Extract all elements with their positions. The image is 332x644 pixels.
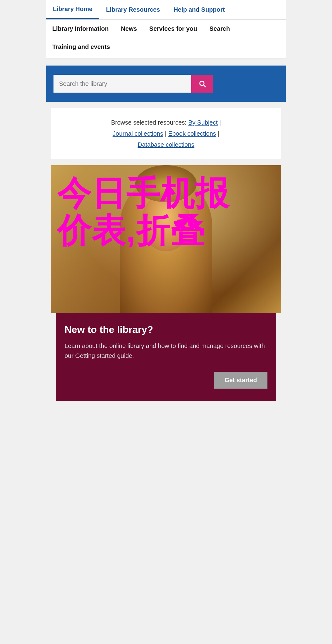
nav-row-secondary: Library Information News Services for yo… — [46, 20, 286, 38]
browse-journal-collections-link[interactable]: Journal collections — [113, 130, 163, 137]
nav-library-info[interactable]: Library Information — [46, 22, 115, 35]
nav-help-support[interactable]: Help and Support — [167, 0, 232, 19]
browse-database-collections-link[interactable]: Database collections — [138, 141, 195, 148]
nav-search[interactable]: Search — [203, 22, 236, 35]
library-card-title: New to the library? — [65, 324, 267, 335]
nav-library-resources[interactable]: Library Resources — [99, 0, 167, 19]
browse-resources-section: Browse selected resources: By Subject | … — [51, 108, 281, 159]
nav-training-events[interactable]: Training and events — [46, 40, 116, 54]
hero-image: 今日手机报 价表,折叠 — [51, 165, 281, 313]
browse-by-subject-link[interactable]: By Subject — [188, 119, 218, 126]
search-button[interactable] — [191, 75, 213, 93]
overlay-text-container: 今日手机报 价表,折叠 — [51, 171, 281, 252]
browse-sep-2: | — [165, 130, 168, 137]
library-intro-card: New to the library? Learn about the onli… — [56, 313, 276, 401]
search-icon — [198, 79, 207, 88]
overlay-chinese-line2: 价表,折叠 — [57, 212, 275, 249]
search-bar — [53, 75, 213, 93]
browse-sep-3: | — [218, 130, 219, 137]
browse-intro-text: Browse selected resources: — [111, 119, 187, 126]
nav-news[interactable]: News — [115, 22, 143, 35]
browse-ebook-collections-link[interactable]: Ebook collections — [168, 130, 216, 137]
nav-row-tertiary: Training and events — [46, 38, 286, 58]
search-input[interactable] — [53, 75, 191, 93]
nav-row-primary: Library Home Library Resources Help and … — [46, 0, 286, 20]
nav-services[interactable]: Services for you — [143, 22, 204, 35]
overlay-chinese-line1: 今日手机报 — [57, 174, 275, 212]
browse-sep-1: | — [219, 119, 221, 126]
main-navigation: Library Home Library Resources Help and … — [46, 0, 286, 59]
get-started-button[interactable]: Get started — [214, 372, 267, 389]
hero-container: 今日手机报 价表,折叠 New to the library? Learn ab… — [51, 165, 281, 401]
search-section — [46, 66, 286, 102]
library-card-description: Learn about the online library and how t… — [65, 341, 267, 361]
nav-library-home[interactable]: Library Home — [46, 0, 99, 19]
